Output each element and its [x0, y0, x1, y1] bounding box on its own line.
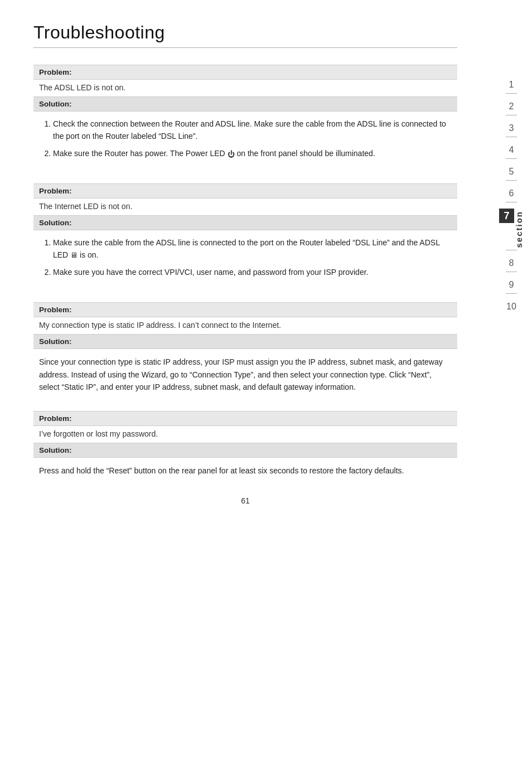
problem-text-1: The ADSL LED is not on.	[33, 80, 457, 96]
solution-header-3: Solution:	[33, 334, 457, 349]
title-divider	[33, 47, 457, 48]
problem-header-3: Problem:	[33, 302, 457, 317]
problem-header-1: Problem:	[33, 65, 457, 80]
solution-body-1: Check the connection between the Router …	[33, 116, 457, 168]
sidebar-num-8: 8	[506, 256, 517, 278]
problem-header-4: Problem:	[33, 411, 457, 426]
sidebar-num-active: 7	[499, 209, 514, 223]
qa-block-4: Problem:I’ve forgotten or lost my passwo…	[33, 411, 457, 479]
solution-item-1-2: Make sure the Router has power. The Powe…	[53, 148, 452, 160]
sidebar-num-1: 1	[506, 78, 517, 100]
qa-block-1: Problem:The ADSL LED is not on.Solution:…	[33, 65, 457, 168]
solution-paragraph-4: Press and hold the “Reset” button on the…	[39, 464, 452, 477]
problem-header-2: Problem:	[33, 183, 457, 199]
sidebar-num-5: 5	[506, 165, 517, 187]
problem-text-3: My connection type is static IP address.…	[33, 317, 457, 334]
sidebar-num-10: 10	[506, 300, 516, 313]
solution-item-2-2: Make sure you have the correct VPI/VCI, …	[53, 267, 452, 279]
page-title: Troubleshooting	[33, 22, 457, 43]
solution-paragraph-3: Since your connection type is static IP …	[39, 356, 452, 393]
sidebar-num-4: 4	[506, 143, 517, 165]
sidebar-num-3: 3	[506, 122, 517, 143]
sidebar-num-9: 9	[506, 278, 517, 300]
sidebar-num-2: 2	[506, 100, 517, 122]
solution-body-4: Press and hold the “Reset” button on the…	[33, 462, 457, 479]
adsl-led-icon: 🖥	[70, 250, 78, 261]
solution-item-1-1: Check the connection between the Router …	[53, 118, 452, 142]
solution-item-2-1: Make sure the cable from the ADSL line i…	[53, 237, 452, 261]
power-icon: ⏻	[228, 149, 235, 160]
sidebar-num-6: 6	[506, 187, 517, 209]
qa-container: Problem:The ADSL LED is not on.Solution:…	[33, 65, 457, 480]
sidebar-divider-7	[506, 248, 517, 256]
section-label: section	[514, 211, 524, 248]
solution-header-1: Solution:	[33, 96, 457, 112]
solution-header-4: Solution:	[33, 443, 457, 458]
qa-block-2: Problem:The Internet LED is not on.Solut…	[33, 183, 457, 287]
page-number: 61	[33, 496, 457, 505]
solution-header-2: Solution:	[33, 215, 457, 230]
sidebar-numbers: 1234567section8910	[499, 78, 523, 313]
solution-body-2: Make sure the cable from the ADSL line i…	[33, 235, 457, 287]
problem-text-2: The Internet LED is not on.	[33, 199, 457, 215]
problem-text-4: I’ve forgotten or lost my password.	[33, 426, 457, 443]
section-sidebar: 1234567section8910	[491, 0, 532, 760]
solution-body-3: Since your connection type is static IP …	[33, 354, 457, 395]
qa-block-3: Problem:My connection type is static IP …	[33, 302, 457, 395]
